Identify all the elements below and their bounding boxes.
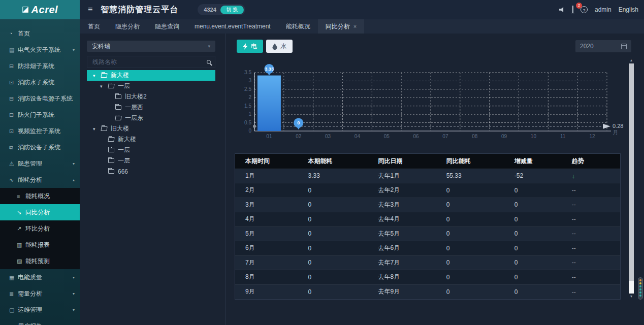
tab[interactable]: menu.event.eventTreatment (187, 19, 278, 34)
tree-node[interactable]: ▾旧大楼 (87, 123, 215, 134)
scrollbar-track[interactable] (629, 63, 634, 294)
brand-name: Acrel (31, 4, 58, 16)
tree-node[interactable]: ▾旧大楼2 (87, 91, 215, 102)
table-cell: 0 (298, 226, 368, 241)
sidebar-subitem[interactable]: ↘同比分析 (0, 204, 80, 220)
tree-expand-caret[interactable]: ▾ (100, 84, 107, 89)
sidebar-collapse-icon[interactable]: ≡ (88, 5, 92, 14)
folder-open-icon (101, 73, 107, 78)
sidebar-submenu: ≡能耗概况↘同比分析↗环比分析▥能耗报表▨能耗预测 (0, 188, 80, 269)
sidebar-item[interactable]: ⊟消防设备电源子系统 (0, 90, 80, 107)
tab[interactable]: 隐患查询 (147, 19, 187, 34)
tree-node[interactable]: ▾666 (87, 166, 215, 177)
scrollbar-thumb[interactable] (629, 63, 634, 281)
svg-text:01: 01 (266, 134, 272, 139)
sidebar-item[interactable]: ▦电能质量▾ (0, 269, 80, 285)
sidebar-item[interactable]: ▢运维管理▾ (0, 302, 80, 318)
top-header: ≡ 智慧消防管理云平台 4324 切换 2 admin English (80, 0, 644, 19)
svg-text:04: 04 (355, 134, 361, 139)
sidebar-subitem[interactable]: ▥能耗报表 (0, 237, 80, 253)
sidebar-item[interactable]: ⊟防火门子系统 (0, 107, 80, 123)
tree-node-label: 一层东 (125, 114, 143, 122)
sidebar-subitem[interactable]: ▨能耗预测 (0, 253, 80, 269)
table-row[interactable]: 8月0去年8月00-- (235, 270, 620, 285)
sidebar-subitem[interactable]: ↗环比分析 (0, 220, 80, 237)
column-header: 同比能耗 (436, 154, 504, 169)
table-row[interactable]: 6月0去年6月00-- (235, 241, 620, 256)
sidebar-item[interactable]: ⧉消防设备子系统 (0, 139, 80, 155)
water-drop-icon (272, 43, 277, 50)
tree-node[interactable]: ▾新大楼 (87, 134, 215, 145)
tab[interactable]: 首页 (80, 19, 108, 34)
search-input[interactable] (91, 58, 207, 66)
table-cell: 0 (504, 284, 562, 299)
search-icon[interactable] (207, 60, 211, 64)
speaker-icon[interactable] (559, 7, 565, 12)
table-cell: 0 (298, 270, 368, 285)
tab[interactable]: 同比分析× (318, 19, 364, 34)
sidebar-item[interactable]: ≣需量分析▾ (0, 285, 80, 302)
tree-node[interactable]: ▾一层 (87, 81, 215, 91)
sidebar-item[interactable]: ◔首页 (0, 25, 80, 42)
user-name[interactable]: admin (595, 6, 611, 13)
tree-node[interactable]: ▾一层 (87, 145, 215, 155)
table-row[interactable]: 2月0去年2月00-- (235, 183, 620, 198)
table-row[interactable]: 3月0去年3月00-- (235, 198, 620, 212)
table-row[interactable]: 9月0去年9月00-- (235, 284, 620, 299)
sidebar-item[interactable]: ⊡消防水子系统 (0, 74, 80, 90)
sidebar-item[interactable]: ⚠隐患管理▾ (0, 155, 80, 172)
table-row[interactable]: 1月3.33去年1月55.33-52↓ (235, 169, 620, 183)
sidebar-item[interactable]: ∿能耗分析▴ (0, 172, 80, 188)
tree-node[interactable]: ▾一层西 (87, 102, 215, 113)
app-window: ◪ Acrel ◔首页▤电气火灾子系统▾⊟防排烟子系统⊡消防水子系统⊟消防设备电… (0, 0, 644, 325)
table-row[interactable]: 4月0去年4月00-- (235, 212, 620, 227)
tab-label: 同比分析 (326, 22, 350, 31)
table-row[interactable]: 7月0去年7月00-- (235, 255, 620, 270)
menu-item-label: 电气火灾子系统 (18, 46, 73, 54)
scrollbar-down-arrow[interactable]: ▼ (629, 294, 634, 300)
water-tab-button[interactable]: 水 (266, 40, 293, 53)
sidebar-subitem[interactable]: ≡能耗概况 (0, 188, 80, 204)
sidebar-item[interactable]: ▤电气火灾子系统▾ (0, 42, 80, 58)
tree-node[interactable]: ▾一层东 (87, 113, 215, 123)
scrollbar[interactable]: ▲ ▼ (629, 57, 634, 300)
tree-expand-caret[interactable]: ▾ (93, 126, 100, 132)
project-select[interactable]: 安科瑞 ▾ (87, 41, 215, 52)
scrollbar-up-arrow[interactable]: ▲ (629, 57, 634, 63)
sidebar-item[interactable]: ⊡视频监控子系统 (0, 123, 80, 139)
table-cell: 0 (436, 198, 504, 212)
table-cell: 0 (504, 255, 562, 270)
sidebar-item[interactable]: ⊟防排烟子系统 (0, 58, 80, 74)
sidebar: ◪ Acrel ◔首页▤电气火灾子系统▾⊟防排烟子系统⊡消防水子系统⊟消防设备电… (0, 0, 80, 325)
tree-node[interactable]: ▾一层 (87, 155, 215, 166)
energy-icon: ∿ (9, 177, 18, 183)
forecast-icon: ▨ (17, 258, 25, 265)
language-switch[interactable]: English (619, 6, 638, 13)
bar-chart-icon: ▥ (17, 242, 25, 248)
table-cell: 0 (298, 284, 368, 299)
tab[interactable]: 能耗概况 (278, 19, 318, 34)
svg-text:1.5: 1.5 (244, 103, 251, 109)
table-row[interactable]: 5月0去年5月00-- (235, 226, 620, 241)
year-picker[interactable]: 2020 (575, 40, 631, 52)
folder-icon (108, 148, 114, 152)
table-cell: 0 (436, 212, 504, 227)
table-cell: 3月 (235, 198, 298, 212)
tab-close-icon[interactable]: × (353, 23, 357, 29)
table-cell: 去年9月 (368, 284, 436, 299)
chevron-down-icon: ▾ (73, 275, 75, 280)
tab[interactable]: 隐患分析 (108, 19, 147, 34)
svg-text:0.28: 0.28 (613, 123, 623, 129)
electric-label: 电 (251, 42, 257, 51)
svg-text:1: 1 (248, 111, 251, 117)
trend-down-arrow-icon: ↓ (572, 172, 575, 180)
table-cell: 0 (504, 241, 562, 256)
sidebar-item[interactable]: ▱用户报告 (0, 318, 80, 325)
notifications[interactable]: 2 (572, 6, 573, 13)
electric-tab-button[interactable]: 电 (237, 40, 263, 53)
report-icon: ▱ (9, 323, 18, 325)
tree-expand-caret[interactable]: ▾ (93, 73, 100, 78)
tree-node[interactable]: ▾新大楼 (87, 70, 215, 81)
switch-button[interactable]: 切换 (220, 6, 244, 14)
table-cell: 0 (436, 255, 504, 270)
